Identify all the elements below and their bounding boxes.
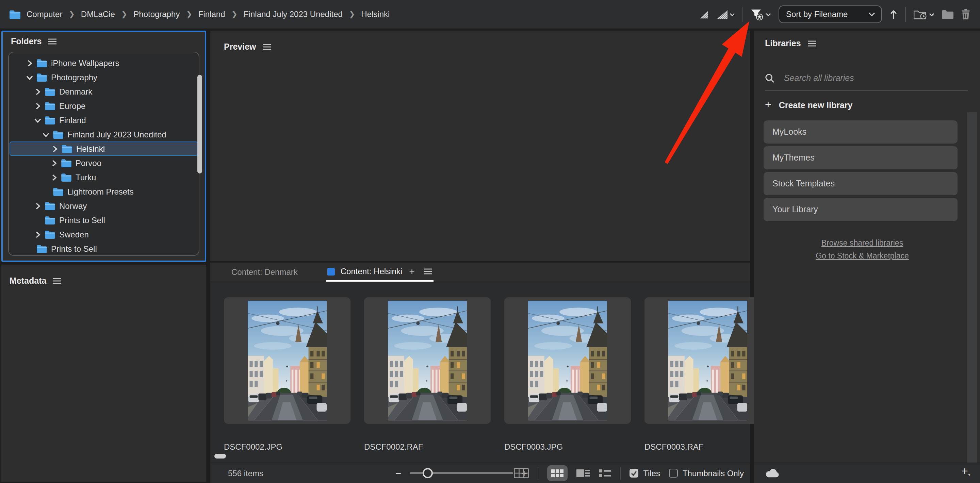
folder-icon <box>37 59 47 67</box>
breadcrumb-item[interactable]: Finland July 2023 Unedited <box>243 10 343 19</box>
breadcrumb-item[interactable]: Photography <box>134 10 180 19</box>
thumbnails-only-toggle[interactable]: Thumbnails Only <box>669 469 744 478</box>
chevron-right-icon[interactable] <box>51 174 57 181</box>
folder-label: Lightroom Presets <box>67 187 134 196</box>
folder-tree-item-turku[interactable]: Turku <box>9 170 199 184</box>
new-folder-icon[interactable] <box>942 10 953 19</box>
chevron-right-icon[interactable] <box>35 88 41 95</box>
add-library-item-icon[interactable]: +▾ <box>961 465 970 477</box>
libraries-panel: Libraries + Create new library MyLooksMy… <box>754 30 980 483</box>
thumbnail-card[interactable] <box>364 297 491 424</box>
chevron-right-icon[interactable] <box>51 159 57 166</box>
breadcrumb: Computer❯DMLaCie❯Photography❯Finland❯Fin… <box>10 10 390 19</box>
folder-icon <box>45 116 55 124</box>
folder-icon <box>45 230 55 238</box>
folder-tree-item-porvoo[interactable]: Porvoo <box>9 156 199 170</box>
libraries-scrollbar[interactable] <box>967 112 977 462</box>
folder-tree-item-lightroom-presets[interactable]: Lightroom Presets <box>9 184 199 199</box>
sort-ascending-icon[interactable] <box>889 9 898 19</box>
folder-tree-item-finland[interactable]: Finland <box>9 113 199 127</box>
breadcrumb-item[interactable]: DMLaCie <box>81 10 115 19</box>
tab-menu-icon[interactable] <box>424 268 433 275</box>
folder-icon <box>53 130 63 138</box>
zoom-out-icon[interactable]: − <box>395 468 401 478</box>
folder-icon <box>45 216 55 224</box>
details-view-icon[interactable] <box>576 469 590 478</box>
sort-dropdown[interactable]: Sort by Filename <box>778 5 882 23</box>
thumbnail-quality-small-icon[interactable] <box>700 10 708 19</box>
breadcrumb-separator-icon: ❯ <box>349 10 355 18</box>
folder-icon <box>61 159 72 167</box>
slider-track[interactable] <box>410 472 513 474</box>
folder-tree-item-prints-to-sell[interactable]: Prints to Sell <box>9 242 199 256</box>
library-search-input[interactable] <box>783 73 949 84</box>
breadcrumb-item[interactable]: Helsinki <box>361 10 390 19</box>
chevron-down-icon <box>730 13 735 16</box>
slider-knob[interactable] <box>423 468 433 478</box>
checkbox-unchecked-icon[interactable] <box>669 469 678 478</box>
folder-tree-item-prints-to-sell[interactable]: Prints to Sell <box>9 213 199 227</box>
chevron-down-icon[interactable] <box>35 117 41 124</box>
item-count: 556 items <box>228 463 263 483</box>
tab-content-helsinki[interactable]: Content: Helsinki + <box>326 262 434 282</box>
cloud-sync-icon[interactable] <box>765 468 780 478</box>
library-link-stock-marketplace[interactable]: Go to Stock & Marketplace <box>754 249 970 262</box>
folder-label: Europe <box>59 101 86 111</box>
toolbar-divider <box>743 7 743 22</box>
panel-menu-icon[interactable] <box>808 40 816 47</box>
library-card-your-library[interactable]: Your Library <box>764 198 958 221</box>
checkbox-checked-icon[interactable] <box>630 469 638 478</box>
plus-icon: + <box>765 99 772 110</box>
horizontal-scrollbar[interactable] <box>215 454 226 459</box>
library-link-browse-shared[interactable]: Browse shared libraries <box>754 237 970 249</box>
chevron-down-icon[interactable] <box>43 131 49 138</box>
chevron-right-icon[interactable] <box>35 231 41 238</box>
folder-tree-item-europe[interactable]: Europe <box>9 99 199 113</box>
folder-icon <box>45 102 55 110</box>
chevron-right-icon[interactable] <box>52 145 58 152</box>
folder-tree-item-photography[interactable]: Photography <box>9 70 199 84</box>
thumbnail-view-button[interactable] <box>547 465 568 481</box>
folder-tree-item-norway[interactable]: Norway <box>9 199 199 213</box>
breadcrumb-separator-icon: ❯ <box>186 10 192 18</box>
thumbnail-card[interactable] <box>504 297 631 424</box>
create-new-library-button[interactable]: + Create new library <box>765 100 853 111</box>
breadcrumb-item[interactable]: Finland <box>198 10 225 19</box>
folders-scrollbar[interactable] <box>197 75 202 173</box>
library-card-mythemes[interactable]: MyThemes <box>764 146 958 169</box>
folder-icon <box>61 173 72 181</box>
folder-tree-item-denmark[interactable]: Denmark <box>9 84 199 99</box>
thumbnail-card[interactable] <box>644 297 771 424</box>
add-tab-icon[interactable]: + <box>409 267 414 276</box>
chevron-right-icon[interactable] <box>35 102 41 109</box>
thumbnail-quality-options-icon[interactable] <box>716 9 735 19</box>
tab-content-denmark[interactable]: Content: Denmark <box>231 262 298 282</box>
list-view-icon[interactable] <box>599 469 611 477</box>
thumbnail-filename: DSCF0002.JPG <box>224 442 350 452</box>
breadcrumb-item[interactable]: Computer <box>27 10 62 19</box>
library-search[interactable] <box>765 73 959 84</box>
folder-tree-item-helsinki[interactable]: Helsinki <box>10 141 198 156</box>
delete-trash-icon[interactable] <box>961 9 970 20</box>
chevron-down-icon[interactable] <box>27 74 33 81</box>
folder-label: Prints to Sell <box>51 244 97 253</box>
chevron-right-icon[interactable] <box>35 202 41 209</box>
filter-icon[interactable] <box>751 8 771 20</box>
thumbnail-card[interactable] <box>224 297 350 424</box>
folder-tree-item-iphone-wallpapers[interactable]: iPhone Wallpapers <box>9 56 199 70</box>
panel-menu-icon[interactable] <box>263 43 271 50</box>
content-grid: DSCF0002.JPGDSCF0002.RAFDSCF0003.JPGDSCF… <box>210 282 750 462</box>
metadata-panel-header: Metadata <box>2 265 206 291</box>
panel-menu-icon[interactable] <box>53 278 61 284</box>
libraries-bottom-bar: +▾ <box>754 462 980 483</box>
grid-view-icon[interactable] <box>514 468 529 478</box>
folder-tree-item-sweden[interactable]: Sweden <box>9 227 199 242</box>
library-card-stock-templates[interactable]: Stock Templates <box>764 172 958 195</box>
tiles-toggle[interactable]: Tiles <box>630 469 660 478</box>
library-card-mylooks[interactable]: MyLooks <box>764 121 958 143</box>
panel-menu-icon[interactable] <box>48 38 56 45</box>
recent-items-icon[interactable] <box>913 9 934 20</box>
folder-tree-item-finland-july-2023-unedited[interactable]: Finland July 2023 Unedited <box>9 127 199 141</box>
chevron-right-icon[interactable] <box>27 60 33 66</box>
chevron-down-icon <box>929 13 934 16</box>
